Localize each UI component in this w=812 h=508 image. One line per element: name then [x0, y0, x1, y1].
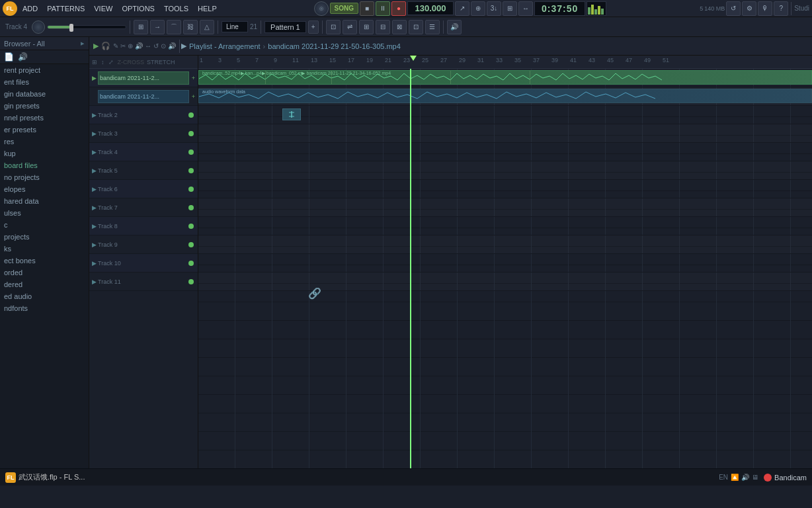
sidebar-item-board-files[interactable]: board files: [0, 159, 89, 171]
grid-row-10[interactable]: [198, 254, 812, 273]
grid-row-11[interactable]: [198, 273, 812, 291]
record-btn[interactable]: ●: [391, 1, 406, 16]
sidebar-item-18[interactable]: dered: [0, 278, 89, 290]
bandicam-taskbar-item[interactable]: Bandicam: [764, 474, 807, 482]
grid-row-1[interactable]: bandicam..52.mp4▶ ban...p4▶ bandicam_052…: [198, 69, 812, 87]
track1b-clip-btn[interactable]: +: [192, 93, 195, 100]
grid-area[interactable]: bandicam..52.mp4▶ ban...p4▶ bandicam_052…: [198, 69, 812, 468]
tray-network[interactable]: 🖥: [752, 474, 758, 481]
sidebar-item-19[interactable]: ed audio: [0, 290, 89, 302]
grid-row-1b[interactable]: audio waveform data: [198, 87, 812, 106]
sidebar-item-20[interactable]: ndfonts: [0, 302, 89, 314]
arrow-right-icon[interactable]: →: [150, 20, 165, 34]
sidebar-item-14[interactable]: projects: [0, 231, 89, 243]
sidebar-item-2[interactable]: gin database: [0, 88, 89, 100]
ph-icon7[interactable]: ⊙: [161, 42, 166, 50]
tb2-icon1[interactable]: ⊡: [326, 20, 341, 34]
song-mode-btn[interactable]: SONG: [330, 3, 358, 14]
song-progress-bar[interactable]: [47, 25, 126, 29]
menu-tools[interactable]: TOOLS: [160, 3, 192, 14]
sidebar-item-10[interactable]: elopes: [0, 183, 89, 195]
line-mode-select[interactable]: Line: [222, 21, 248, 32]
tb-icon1[interactable]: ↗: [455, 1, 469, 16]
grid-row-2[interactable]: [198, 106, 812, 124]
tb-icon2[interactable]: ⊕: [471, 1, 485, 16]
track9-play-icon[interactable]: ▶: [92, 241, 97, 248]
browser-file-icon[interactable]: 📄: [4, 52, 14, 62]
sidebar-item-4[interactable]: nnel presets: [0, 112, 89, 124]
stamp-icon[interactable]: △: [200, 20, 214, 34]
sidebar-item-9[interactable]: no projects: [0, 171, 89, 183]
track2-play-icon[interactable]: ▶: [92, 112, 97, 118]
track1b-clip1[interactable]: bandicam 2021-11-2...: [98, 90, 189, 103]
track3-play-icon[interactable]: ▶: [92, 130, 97, 137]
menu-help[interactable]: HELP: [194, 3, 221, 14]
sidebar-item-7[interactable]: kup: [0, 148, 89, 159]
menu-add[interactable]: ADD: [19, 3, 42, 14]
master-knob[interactable]: ◎: [314, 1, 329, 16]
cpu-icon[interactable]: ⚙: [742, 1, 756, 16]
tb2-icon6[interactable]: ⊡: [409, 20, 423, 34]
track6-play-icon[interactable]: ▶: [92, 186, 97, 192]
track7-play-icon[interactable]: ▶: [92, 204, 97, 211]
grid-row-3[interactable]: [198, 124, 812, 143]
playlist-headphone-icon[interactable]: 🎧: [101, 42, 110, 50]
stop-btn[interactable]: ■: [360, 1, 374, 16]
sidebar-item-6[interactable]: res: [0, 136, 89, 148]
ph-icon3[interactable]: ⊕: [128, 42, 133, 50]
tb2-icon5[interactable]: ⊠: [392, 20, 407, 34]
ph-icon4[interactable]: 🔊: [135, 42, 143, 50]
sidebar-item-12[interactable]: ulses: [0, 207, 89, 219]
tb-icon3[interactable]: 3↓: [487, 1, 501, 16]
menu-patterns[interactable]: PATTERNS: [43, 3, 89, 14]
sidebar-item-17[interactable]: orded: [0, 267, 89, 278]
playlist-arrow-icon[interactable]: ▶: [181, 42, 186, 50]
grid-row-8[interactable]: [198, 217, 812, 235]
sidebar-item-16[interactable]: ect bones: [0, 255, 89, 267]
browser-header[interactable]: Browser - All ▸: [0, 37, 89, 50]
ph-icon1[interactable]: ✎: [113, 42, 118, 50]
tb-icon5[interactable]: ↔: [518, 1, 533, 16]
tb2-icon8[interactable]: 🔊: [447, 20, 462, 34]
track8-play-icon[interactable]: ▶: [92, 223, 97, 230]
browser-speaker-icon[interactable]: 🔊: [18, 52, 28, 62]
track1-clip-btn[interactable]: +: [192, 75, 195, 81]
sidebar-item-5[interactable]: er presets: [0, 124, 89, 136]
grid-row-7[interactable]: [198, 198, 812, 217]
sidebar-item-1[interactable]: ent files: [0, 76, 89, 88]
volume-knob[interactable]: [32, 21, 45, 34]
browser-expand-icon[interactable]: ▸: [81, 39, 85, 48]
pattern-add-btn[interactable]: +: [308, 21, 319, 34]
mic-icon[interactable]: 🎙: [758, 1, 772, 16]
grid-row-4[interactable]: [198, 143, 812, 161]
tb-icon4[interactable]: ⊞: [503, 1, 517, 16]
tray-icon1[interactable]: 🔼: [731, 474, 739, 481]
sidebar-item-3[interactable]: gin presets: [0, 100, 89, 112]
refresh-icon[interactable]: ↺: [726, 1, 741, 16]
track11-play-icon[interactable]: ▶: [92, 278, 97, 285]
track1-clip1[interactable]: bandicam 2021-11-2...: [98, 71, 189, 85]
tray-speaker[interactable]: 🔊: [741, 474, 749, 481]
sidebar-item-11[interactable]: hared data: [0, 195, 89, 207]
sidebar-item-15[interactable]: ks: [0, 243, 89, 255]
menu-view[interactable]: VIEW: [90, 3, 116, 14]
piano-roll-icon[interactable]: ⊞: [134, 20, 148, 34]
ph-icon6[interactable]: ↺: [153, 42, 159, 50]
tb2-icon7[interactable]: ☰: [425, 20, 440, 34]
ph-icon8[interactable]: 🔊: [168, 42, 176, 50]
menu-options[interactable]: OPTIONS: [118, 3, 159, 14]
ph-icon2[interactable]: ✂: [120, 42, 126, 50]
curve-icon[interactable]: ⌒: [167, 20, 181, 34]
tb2-icon3[interactable]: ⊞: [359, 20, 374, 34]
help-icon2[interactable]: ?: [774, 1, 788, 16]
track1-play-icon[interactable]: ▶: [92, 75, 97, 81]
tb2-icon2[interactable]: ⇌: [343, 20, 357, 34]
track5-play-icon[interactable]: ▶: [92, 167, 97, 174]
pattern-display[interactable]: Pattern 1: [264, 21, 306, 33]
track10-play-icon[interactable]: ▶: [92, 260, 97, 267]
grid-row-5[interactable]: [198, 161, 812, 180]
grid-row-9[interactable]: [198, 235, 812, 254]
grid-row-6[interactable]: [198, 180, 812, 198]
track4-play-icon[interactable]: ▶: [92, 149, 97, 155]
playlist-play-icon[interactable]: ▶: [93, 42, 99, 50]
